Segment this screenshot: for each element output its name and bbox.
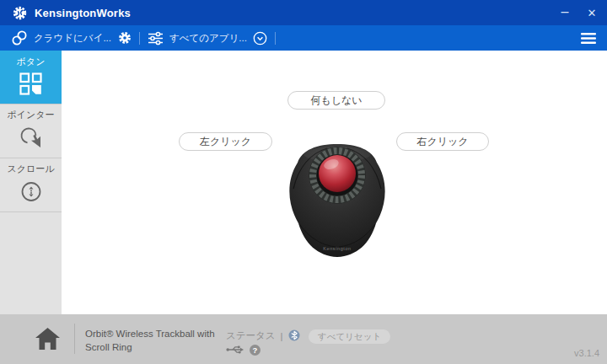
pair-to-cloud-button[interactable]: クラウドにバイ... xyxy=(11,29,111,46)
assignment-button-scrollring[interactable]: 何もしない xyxy=(287,91,385,110)
hamburger-menu-icon[interactable] xyxy=(581,33,596,44)
toolbar-divider xyxy=(139,32,140,45)
bluetooth-status-icon xyxy=(288,329,300,343)
sidebar-item-scroll[interactable]: スクロール xyxy=(0,158,62,212)
sidebar-item-label: ポインター xyxy=(7,109,54,121)
all-apps-label: すべてのアプリ... xyxy=(169,32,247,45)
all-apps-selector[interactable]: すべてのアプリ... xyxy=(148,31,267,46)
close-button[interactable]: ✕ xyxy=(578,0,605,25)
button-grid-icon xyxy=(19,72,42,99)
button-mapping-canvas: 何もしない 左クリック 右クリック xyxy=(62,51,607,314)
sidebar-item-buttons[interactable]: ボタン xyxy=(0,51,62,104)
footer-divider xyxy=(74,324,75,354)
kensingtonworks-window: KensingtonWorks – ✕ クラウドにバイ... xyxy=(0,0,607,364)
assignment-button-right[interactable]: 右クリック xyxy=(396,132,489,151)
kensington-logo-icon xyxy=(13,6,27,20)
settings-gear-icon[interactable] xyxy=(118,31,132,45)
home-icon[interactable] xyxy=(35,327,61,351)
device-name: Orbit® Wireless Trackball with Scroll Ri… xyxy=(85,327,235,354)
sidebar-item-pointer[interactable]: ポインター xyxy=(0,104,62,158)
toolbar: クラウドにバイ... xyxy=(0,25,607,51)
device-brand-text: Kensington xyxy=(323,246,352,251)
status-block: ステータス | xyxy=(226,329,300,356)
status-label: ステータス xyxy=(226,329,276,342)
footer-statusbar: Orbit® Wireless Trackball with Scroll Ri… xyxy=(0,314,607,364)
assignment-button-left[interactable]: 左クリック xyxy=(179,132,272,151)
app-version: v3.1.4 xyxy=(574,348,599,358)
usb-status-icon xyxy=(226,345,244,356)
scroll-ring-icon xyxy=(19,179,44,208)
sidebar-item-label: スクロール xyxy=(7,163,54,175)
help-icon[interactable]: ? xyxy=(250,345,261,356)
sliders-filter-icon xyxy=(148,31,164,46)
trackball-device-image: Kensington xyxy=(285,143,389,265)
app-title: KensingtonWorks xyxy=(35,7,131,19)
toolbar-divider xyxy=(275,32,276,45)
status-separator: | xyxy=(281,331,283,341)
reset-all-button[interactable]: すべてリセット xyxy=(309,329,390,344)
sidebar-item-label: ボタン xyxy=(17,56,46,68)
titlebar: KensingtonWorks – ✕ xyxy=(0,0,607,25)
cloud-pair-rings-icon xyxy=(11,29,28,46)
chevron-down-circle-icon[interactable] xyxy=(253,31,267,46)
pointer-click-icon xyxy=(19,126,44,154)
sidebar: ボタン ポインター スクロー xyxy=(0,51,62,314)
window-controls: – ✕ xyxy=(551,0,605,25)
pair-to-cloud-label: クラウドにバイ... xyxy=(34,32,111,45)
minimize-button[interactable]: – xyxy=(551,0,578,25)
